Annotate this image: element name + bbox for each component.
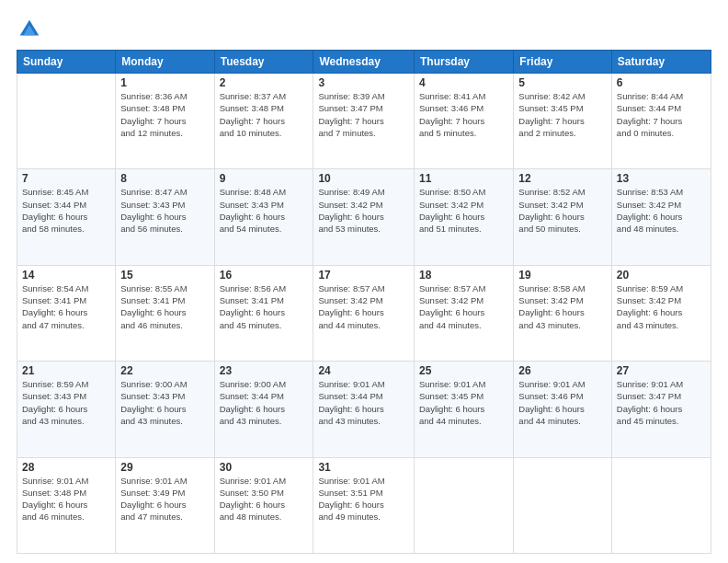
day-number: 7 (22, 172, 110, 185)
day-info: Sunrise: 8:37 AMSunset: 3:48 PMDaylight:… (220, 90, 309, 139)
day-info: Sunrise: 8:58 AMSunset: 3:42 PMDaylight:… (518, 282, 607, 331)
day-number: 5 (518, 76, 607, 89)
day-info: Sunrise: 8:59 AMSunset: 3:42 PMDaylight:… (617, 282, 706, 331)
day-info: Sunrise: 9:00 AMSunset: 3:44 PMDaylight:… (220, 378, 309, 427)
day-info: Sunrise: 8:50 AMSunset: 3:42 PMDaylight:… (419, 186, 508, 235)
day-info: Sunrise: 9:01 AMSunset: 3:48 PMDaylight:… (22, 475, 110, 523)
calendar-cell: 28Sunrise: 9:01 AMSunset: 3:48 PMDayligh… (17, 457, 116, 553)
calendar-cell: 20Sunrise: 8:59 AMSunset: 3:42 PMDayligh… (611, 265, 711, 361)
day-info: Sunrise: 8:53 AMSunset: 3:42 PMDaylight:… (617, 186, 706, 235)
calendar-cell: 21Sunrise: 8:59 AMSunset: 3:43 PMDayligh… (17, 362, 116, 457)
day-header-wednesday: Wednesday (313, 51, 415, 74)
day-info: Sunrise: 9:01 AMSunset: 3:44 PMDaylight:… (318, 378, 409, 427)
day-info: Sunrise: 8:41 AMSunset: 3:46 PMDaylight:… (419, 90, 508, 139)
day-number: 13 (617, 172, 706, 185)
day-number: 4 (419, 76, 508, 89)
day-info: Sunrise: 8:55 AMSunset: 3:41 PMDaylight:… (120, 282, 209, 331)
day-number: 9 (220, 172, 309, 185)
day-info: Sunrise: 9:00 AMSunset: 3:43 PMDaylight:… (120, 378, 209, 427)
calendar-cell: 16Sunrise: 8:56 AMSunset: 3:41 PMDayligh… (214, 265, 313, 361)
day-number: 8 (120, 172, 209, 185)
calendar-cell: 30Sunrise: 9:01 AMSunset: 3:50 PMDayligh… (214, 457, 313, 553)
calendar-cell (514, 457, 612, 553)
calendar-cell: 13Sunrise: 8:53 AMSunset: 3:42 PMDayligh… (611, 169, 711, 265)
week-row-4: 28Sunrise: 9:01 AMSunset: 3:48 PMDayligh… (17, 457, 711, 553)
calendar-cell: 2Sunrise: 8:37 AMSunset: 3:48 PMDaylight… (214, 74, 313, 169)
day-info: Sunrise: 8:45 AMSunset: 3:44 PMDaylight:… (22, 186, 110, 235)
calendar-cell: 23Sunrise: 9:00 AMSunset: 3:44 PMDayligh… (214, 362, 313, 457)
logo-icon (17, 17, 42, 42)
calendar-cell: 1Sunrise: 8:36 AMSunset: 3:48 PMDaylight… (116, 74, 214, 169)
day-number: 28 (22, 461, 110, 474)
day-info: Sunrise: 8:48 AMSunset: 3:43 PMDaylight:… (220, 186, 309, 235)
day-number: 26 (518, 364, 607, 377)
day-info: Sunrise: 9:01 AMSunset: 3:51 PMDaylight:… (318, 475, 409, 523)
calendar-cell: 19Sunrise: 8:58 AMSunset: 3:42 PMDayligh… (514, 265, 612, 361)
day-info: Sunrise: 8:36 AMSunset: 3:48 PMDaylight:… (120, 90, 209, 139)
day-number: 15 (120, 269, 209, 282)
calendar-cell (17, 74, 116, 169)
calendar-cell: 4Sunrise: 8:41 AMSunset: 3:46 PMDaylight… (415, 74, 514, 169)
day-number: 18 (419, 269, 508, 282)
week-row-1: 7Sunrise: 8:45 AMSunset: 3:44 PMDaylight… (17, 169, 711, 265)
day-number: 1 (120, 76, 209, 89)
calendar-cell: 14Sunrise: 8:54 AMSunset: 3:41 PMDayligh… (17, 265, 116, 361)
day-header-sunday: Sunday (17, 51, 116, 74)
day-number: 22 (120, 364, 209, 377)
day-info: Sunrise: 8:39 AMSunset: 3:47 PMDaylight:… (318, 90, 409, 139)
calendar-cell: 5Sunrise: 8:42 AMSunset: 3:45 PMDaylight… (514, 74, 612, 169)
day-info: Sunrise: 8:57 AMSunset: 3:42 PMDaylight:… (318, 282, 409, 331)
day-info: Sunrise: 9:01 AMSunset: 3:45 PMDaylight:… (419, 378, 508, 427)
calendar-cell: 6Sunrise: 8:44 AMSunset: 3:44 PMDaylight… (611, 74, 711, 169)
logo (17, 17, 46, 42)
day-info: Sunrise: 8:57 AMSunset: 3:42 PMDaylight:… (419, 282, 508, 331)
day-header-monday: Monday (116, 51, 214, 74)
days-header-row: SundayMondayTuesdayWednesdayThursdayFrid… (17, 51, 711, 74)
day-number: 20 (617, 269, 706, 282)
day-info: Sunrise: 8:49 AMSunset: 3:42 PMDaylight:… (318, 186, 409, 235)
week-row-3: 21Sunrise: 8:59 AMSunset: 3:43 PMDayligh… (17, 362, 711, 457)
calendar-cell: 31Sunrise: 9:01 AMSunset: 3:51 PMDayligh… (313, 457, 415, 553)
day-number: 23 (220, 364, 309, 377)
day-number: 17 (318, 269, 409, 282)
calendar-cell: 17Sunrise: 8:57 AMSunset: 3:42 PMDayligh… (313, 265, 415, 361)
day-info: Sunrise: 8:59 AMSunset: 3:43 PMDaylight:… (22, 378, 110, 427)
calendar-cell: 24Sunrise: 9:01 AMSunset: 3:44 PMDayligh… (313, 362, 415, 457)
day-number: 21 (22, 364, 110, 377)
calendar-cell: 29Sunrise: 9:01 AMSunset: 3:49 PMDayligh… (116, 457, 214, 553)
calendar-cell: 25Sunrise: 9:01 AMSunset: 3:45 PMDayligh… (415, 362, 514, 457)
day-number: 3 (318, 76, 409, 89)
calendar-cell: 9Sunrise: 8:48 AMSunset: 3:43 PMDaylight… (214, 169, 313, 265)
day-info: Sunrise: 8:54 AMSunset: 3:41 PMDaylight:… (22, 282, 110, 331)
day-header-thursday: Thursday (415, 51, 514, 74)
day-header-friday: Friday (514, 51, 612, 74)
day-number: 30 (220, 461, 309, 474)
day-number: 10 (318, 172, 409, 185)
day-number: 24 (318, 364, 409, 377)
calendar-cell: 22Sunrise: 9:00 AMSunset: 3:43 PMDayligh… (116, 362, 214, 457)
day-info: Sunrise: 9:01 AMSunset: 3:46 PMDaylight:… (518, 378, 607, 427)
calendar-cell: 12Sunrise: 8:52 AMSunset: 3:42 PMDayligh… (514, 169, 612, 265)
day-number: 25 (419, 364, 508, 377)
day-number: 27 (617, 364, 706, 377)
day-info: Sunrise: 9:01 AMSunset: 3:49 PMDaylight:… (120, 475, 209, 523)
calendar-cell (611, 457, 711, 553)
calendar-cell: 7Sunrise: 8:45 AMSunset: 3:44 PMDaylight… (17, 169, 116, 265)
calendar-cell: 11Sunrise: 8:50 AMSunset: 3:42 PMDayligh… (415, 169, 514, 265)
day-number: 12 (518, 172, 607, 185)
calendar-cell: 8Sunrise: 8:47 AMSunset: 3:43 PMDaylight… (116, 169, 214, 265)
day-info: Sunrise: 8:56 AMSunset: 3:41 PMDaylight:… (220, 282, 309, 331)
day-number: 29 (120, 461, 209, 474)
day-number: 31 (318, 461, 409, 474)
calendar-table: SundayMondayTuesdayWednesdayThursdayFrid… (17, 50, 711, 554)
day-info: Sunrise: 8:47 AMSunset: 3:43 PMDaylight:… (120, 186, 209, 235)
day-number: 14 (22, 269, 110, 282)
page: SundayMondayTuesdayWednesdayThursdayFrid… (0, 0, 728, 563)
calendar-cell: 18Sunrise: 8:57 AMSunset: 3:42 PMDayligh… (415, 265, 514, 361)
calendar-cell: 10Sunrise: 8:49 AMSunset: 3:42 PMDayligh… (313, 169, 415, 265)
calendar-cell: 27Sunrise: 9:01 AMSunset: 3:47 PMDayligh… (611, 362, 711, 457)
day-number: 2 (220, 76, 309, 89)
day-info: Sunrise: 8:52 AMSunset: 3:42 PMDaylight:… (518, 186, 607, 235)
day-header-tuesday: Tuesday (214, 51, 313, 74)
calendar-cell: 3Sunrise: 8:39 AMSunset: 3:47 PMDaylight… (313, 74, 415, 169)
